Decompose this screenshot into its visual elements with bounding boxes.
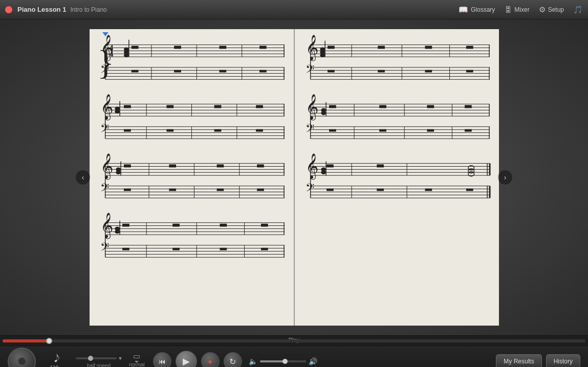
timeline-track[interactable] [3,339,585,342]
history-button[interactable]: History [546,354,580,367]
staff-system-right-1: 𝄞 [299,34,495,89]
svg-rect-63 [124,129,131,132]
svg-point-83 [116,170,121,174]
mixer-icon: 🎛 [504,5,512,14]
speed-slider-thumb[interactable] [88,356,93,361]
svg-rect-78 [124,165,131,168]
play-button[interactable]: ▶ [176,351,197,367]
svg-rect-178 [465,105,472,108]
svg-rect-144 [425,46,432,49]
volume-slider[interactable] [260,360,306,362]
playhead-marker [102,32,108,36]
svg-rect-207 [326,165,334,168]
volume-high-icon: 🔊 [309,357,317,365]
close-button[interactable]: × [5,6,12,13]
staff-system-right-3: 𝄞 [299,153,495,208]
svg-rect-113 [260,224,268,227]
timeline[interactable]: Play [0,336,588,346]
main-area: ‹ 𝄞 4 4 [0,19,588,335]
sheet-container: 𝄞 4 4 [90,29,499,326]
svg-rect-175 [329,105,336,108]
speed-control: ▾ half speed [76,355,122,368]
staff-system-1: 𝄞 4 4 [94,34,290,89]
svg-rect-112 [220,224,227,227]
speed-slider-track[interactable] [76,357,117,359]
svg-rect-98 [257,189,264,191]
audio-nav[interactable]: 🎵 [573,5,583,14]
volume-area: 🔈 🔊 [249,357,317,365]
svg-rect-65 [214,129,221,132]
svg-text:𝄞: 𝄞 [305,153,318,180]
svg-rect-13 [174,46,181,49]
svg-text:𝄢: 𝄢 [305,122,314,137]
svg-rect-162 [425,70,432,73]
prev-page-button[interactable]: ‹ [76,170,90,185]
chevron-down-icon: ▾ [119,355,122,362]
transport-row: 𝅘𝅥𝅮 110 ▾ half speed normal ⏮ [0,346,588,367]
svg-rect-142 [328,46,335,49]
gear-icon: ⚙ [539,5,546,14]
svg-rect-96 [169,189,176,191]
metronome-area: 𝅘𝅥𝅮 110 [44,353,64,368]
svg-text:𝄢: 𝄢 [305,63,314,78]
svg-rect-163 [466,70,473,73]
svg-rect-32 [219,70,226,73]
mixer-nav[interactable]: 🎛 Mixer [504,5,529,14]
setup-nav[interactable]: ⚙ Setup [539,5,564,14]
svg-rect-195 [465,129,472,132]
svg-point-18 [124,53,129,57]
loop-icon: ↻ [229,357,236,366]
timeline-thumb[interactable] [46,338,52,344]
volume-thumb[interactable] [282,359,288,364]
next-page-button[interactable]: › [498,170,512,185]
svg-rect-79 [169,165,176,168]
svg-rect-12 [131,46,138,49]
svg-point-115 [115,230,120,234]
svg-rect-129 [220,248,227,250]
bottom-bar: Play 𝅘𝅥𝅮 110 ▾ half speed [0,335,588,367]
record-icon: ● [208,357,212,365]
svg-rect-48 [214,105,221,108]
svg-text:𝄞: 𝄞 [100,153,113,180]
app-title: Piano Lesson 1 [17,6,66,13]
mixer-label: Mixer [514,6,529,13]
svg-text:𝄞: 𝄞 [305,35,318,61]
svg-rect-160 [328,70,335,73]
bpm-display: 110 [50,365,59,368]
svg-rect-66 [256,129,263,132]
record-button[interactable]: ● [201,352,220,367]
svg-rect-127 [122,248,129,250]
disc-area [8,348,36,368]
svg-rect-228 [466,189,473,191]
svg-text:𝄞: 𝄞 [305,94,318,121]
loop-button[interactable]: ↻ [224,352,242,367]
svg-rect-97 [216,189,224,191]
nav-items: 📖 Glossary 🎛 Mixer ⚙ Setup 🎵 [459,5,583,14]
book-icon: 📖 [459,5,468,14]
svg-rect-81 [257,165,264,168]
svg-rect-192 [329,129,336,132]
my-results-button[interactable]: My Results [496,354,541,367]
glossary-nav[interactable]: 📖 Glossary [459,5,495,14]
svg-text:𝄢: 𝄢 [305,181,314,197]
sheet-page-right: 𝄞 [295,29,499,326]
speed-slider-row: ▾ [76,355,122,362]
topbar: × Piano Lesson 1 Intro to Piano 📖 Glossa… [0,0,588,19]
right-buttons: My Results History [496,354,580,367]
svg-rect-47 [166,105,173,108]
sheet-page-left: 𝄞 4 4 [90,29,295,326]
svg-rect-46 [124,105,131,108]
svg-rect-145 [466,46,473,49]
staff-system-4: 𝄞 𝄢 [94,212,290,267]
svg-rect-226 [377,189,384,191]
glossary-label: Glossary [471,6,495,13]
staff-system-3: 𝄞 𝄢 [94,153,290,208]
setup-label: Setup [548,6,564,13]
play-icon: ▶ [183,356,190,367]
svg-point-51 [115,109,120,113]
staff-system-right-2: 𝄞 𝄢 [299,94,495,149]
svg-rect-128 [172,248,180,250]
rewind-button[interactable]: ⏮ [153,352,171,367]
svg-rect-110 [122,224,129,227]
volume-low-icon: 🔈 [249,357,257,365]
